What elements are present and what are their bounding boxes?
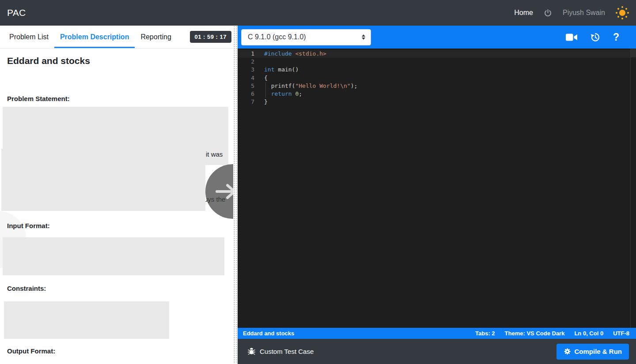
line-number: 5	[238, 82, 254, 90]
input-placeholder-block	[3, 237, 224, 275]
line-number: 3	[238, 66, 254, 74]
code-line: 6 return 0;	[238, 90, 636, 98]
expand-panel-button[interactable]	[205, 164, 233, 219]
editor-panel: C 9.1.0 (gcc 9.1.0) ? 1#include <stdio.h…	[238, 26, 636, 364]
history-icon[interactable]	[590, 32, 600, 42]
panel-resize-splitter[interactable]	[233, 26, 238, 364]
power-icon[interactable]	[544, 9, 552, 17]
sun-avatar-icon[interactable]	[616, 6, 629, 19]
bug-icon	[247, 347, 256, 356]
custom-test-case-label: Custom Test Case	[260, 348, 314, 355]
editor-toolbar: C 9.1.0 (gcc 9.1.0) ?	[238, 26, 636, 49]
video-camera-icon[interactable]	[566, 33, 577, 41]
statement-label: Problem Statement:	[7, 95, 70, 102]
code-line: 2	[238, 58, 636, 66]
gear-icon	[564, 348, 571, 355]
top-navbar: PAC Home Piyush Swain	[0, 0, 636, 26]
status-cursor-position: Ln 0, Col 0	[574, 330, 603, 337]
code-line: 1#include <stdio.h>	[238, 50, 636, 58]
language-select-value: C 9.1.0 (gcc 9.1.0)	[248, 33, 306, 41]
select-caret-icon	[362, 34, 365, 40]
user-name[interactable]: Piyush Swain	[563, 9, 605, 17]
problem-description-content: Eddard and stocks Problem Statement: it …	[0, 49, 233, 364]
problem-title: Eddard and stocks	[7, 56, 90, 66]
problem-tab-bar: Problem List Problem Description Reporti…	[0, 26, 233, 49]
scrollbar-thumb[interactable]	[631, 49, 636, 57]
code-line: 3int main()	[238, 66, 636, 74]
tab-reporting[interactable]: Reporting	[135, 26, 177, 48]
code-line: 4{	[238, 74, 636, 82]
editor-action-bar: Custom Test Case Compile & Run	[238, 339, 636, 364]
statement-placeholder-block-2	[1, 149, 205, 211]
compile-run-label: Compile & Run	[575, 348, 622, 355]
problem-panel: Problem List Problem Description Reporti…	[0, 26, 233, 364]
constraints-label: Constraints:	[7, 285, 46, 292]
editor-scrollbar[interactable]	[630, 49, 636, 328]
constraints-placeholder-block	[4, 301, 169, 339]
tab-problem-list[interactable]: Problem List	[4, 26, 54, 48]
help-icon[interactable]: ?	[613, 31, 619, 43]
code-line: 5 printf("Hello World!\n");	[238, 82, 636, 90]
countdown-timer: 01 : 59 : 17	[190, 31, 232, 43]
status-encoding: UTF-8	[613, 330, 629, 337]
input-format-label: Input Format:	[7, 222, 50, 229]
code-editor[interactable]: 1#include <stdio.h>23int main()4{5 print…	[238, 49, 636, 328]
language-select[interactable]: C 9.1.0 (gcc 9.1.0)	[241, 29, 371, 45]
status-theme: Theme: VS Code Dark	[505, 330, 565, 337]
home-link[interactable]: Home	[514, 9, 533, 17]
statement-text-fragment: it was	[206, 150, 223, 158]
custom-test-case-button[interactable]: Custom Test Case	[247, 347, 314, 356]
line-number: 7	[238, 98, 254, 106]
tab-problem-description[interactable]: Problem Description	[54, 26, 135, 48]
compile-run-button[interactable]: Compile & Run	[556, 344, 629, 360]
status-problem-name: Eddard and stocks	[243, 330, 294, 337]
line-number: 1	[238, 50, 254, 58]
app-brand: PAC	[7, 8, 26, 18]
arrow-right-icon	[215, 183, 233, 200]
editor-status-bar: Eddard and stocks Tabs: 2 Theme: VS Code…	[238, 328, 636, 339]
code-line: 7}	[238, 98, 636, 106]
line-number: 6	[238, 90, 254, 98]
line-number: 4	[238, 74, 254, 82]
status-tabs: Tabs: 2	[475, 330, 495, 337]
output-format-label: Output Format:	[7, 347, 55, 355]
code-lines: 1#include <stdio.h>23int main()4{5 print…	[238, 50, 636, 106]
line-number: 2	[238, 58, 254, 66]
